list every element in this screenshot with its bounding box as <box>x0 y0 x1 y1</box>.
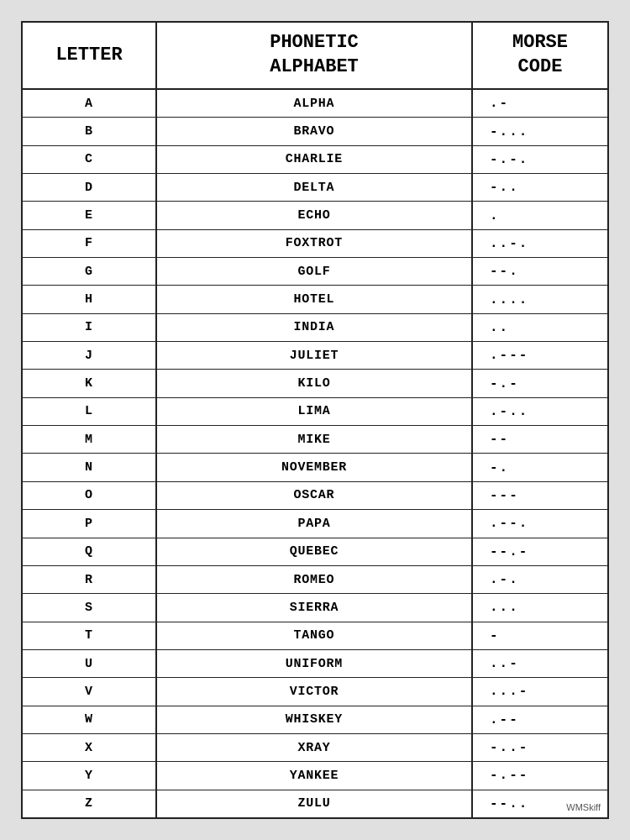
cell-letter: S <box>23 594 157 621</box>
cell-phonetic: INDIA <box>157 314 473 341</box>
cell-letter: A <box>23 90 157 117</box>
cell-letter: T <box>23 622 157 649</box>
cell-morse: --.- <box>473 538 607 565</box>
cell-phonetic: FOXTROT <box>157 230 473 257</box>
cell-morse: . <box>473 202 607 228</box>
table-row: XXRAY-..- <box>23 734 607 762</box>
page-container: LETTER PHONETIC ALPHABET MORSE CODE AALP… <box>21 21 609 819</box>
cell-phonetic: KILO <box>157 370 473 396</box>
table-row: QQUEBEC--.- <box>23 538 607 566</box>
cell-morse: -.-. <box>473 146 607 173</box>
cell-letter: L <box>23 398 157 425</box>
table-row: TTANGO- <box>23 622 607 650</box>
cell-phonetic: SIERRA <box>157 594 473 621</box>
cell-letter: H <box>23 286 157 312</box>
cell-phonetic: VICTOR <box>157 678 473 705</box>
cell-letter: Z <box>23 790 157 817</box>
cell-letter: D <box>23 174 157 201</box>
cell-morse: ...- <box>473 678 607 705</box>
cell-phonetic: DELTA <box>157 174 473 201</box>
cell-morse: -- <box>473 426 607 453</box>
cell-letter: C <box>23 146 157 173</box>
cell-morse: --. <box>473 258 607 285</box>
cell-letter: V <box>23 678 157 705</box>
cell-phonetic: LIMA <box>157 398 473 425</box>
table: LETTER PHONETIC ALPHABET MORSE CODE AALP… <box>23 23 607 817</box>
cell-letter: O <box>23 482 157 509</box>
cell-letter: Y <box>23 762 157 789</box>
cell-phonetic: WHISKEY <box>157 706 473 733</box>
cell-letter: E <box>23 202 157 228</box>
table-row: BBRAVO-... <box>23 118 607 145</box>
header-phonetic: PHONETIC ALPHABET <box>157 23 473 88</box>
cell-letter: K <box>23 370 157 396</box>
table-row: UUNIFORM..- <box>23 650 607 678</box>
cell-letter: N <box>23 454 157 480</box>
table-row: YYANKEE-.-- <box>23 762 607 790</box>
cell-phonetic: MIKE <box>157 426 473 453</box>
cell-letter: J <box>23 342 157 369</box>
table-row: EECHO. <box>23 202 607 229</box>
cell-phonetic: YANKEE <box>157 762 473 789</box>
cell-morse: .-- <box>473 706 607 733</box>
table-row: ZZULU--.. <box>23 790 607 817</box>
table-body: AALPHA.-BBRAVO-...CCHARLIE-.-.DDELTA-..E… <box>23 90 607 817</box>
cell-phonetic: QUEBEC <box>157 538 473 565</box>
table-row: GGOLF--. <box>23 258 607 286</box>
cell-letter: F <box>23 230 157 257</box>
cell-letter: P <box>23 510 157 537</box>
table-row: MMIKE-- <box>23 426 607 454</box>
cell-letter: G <box>23 258 157 285</box>
cell-morse: .- <box>473 90 607 117</box>
cell-morse: -.. <box>473 174 607 201</box>
cell-phonetic: ECHO <box>157 202 473 228</box>
cell-morse: -.- <box>473 370 607 396</box>
cell-phonetic: HOTEL <box>157 286 473 312</box>
cell-phonetic: UNIFORM <box>157 650 473 677</box>
cell-phonetic: PAPA <box>157 510 473 537</box>
cell-letter: B <box>23 118 157 144</box>
cell-phonetic: ZULU <box>157 790 473 817</box>
cell-phonetic: OSCAR <box>157 482 473 509</box>
cell-phonetic: BRAVO <box>157 118 473 144</box>
cell-morse: .--- <box>473 342 607 369</box>
cell-phonetic: ALPHA <box>157 90 473 117</box>
table-row: DDELTA-.. <box>23 174 607 202</box>
table-row: PPAPA.--. <box>23 510 607 538</box>
cell-morse: --- <box>473 482 607 509</box>
cell-morse: ..- <box>473 650 607 677</box>
cell-morse: .. <box>473 314 607 341</box>
cell-morse: - <box>473 622 607 649</box>
cell-morse: -.-- <box>473 762 607 789</box>
table-row: IINDIA.. <box>23 314 607 342</box>
table-row: OOSCAR--- <box>23 482 607 510</box>
cell-phonetic: ROMEO <box>157 566 473 593</box>
cell-morse: .-. <box>473 566 607 593</box>
cell-letter: R <box>23 566 157 593</box>
cell-morse: ... <box>473 594 607 621</box>
cell-phonetic: JULIET <box>157 342 473 369</box>
table-row: WWHISKEY.-- <box>23 706 607 734</box>
header-morse: MORSE CODE <box>473 23 607 88</box>
cell-morse: .--. <box>473 510 607 537</box>
table-row: JJULIET.--- <box>23 342 607 370</box>
header-letter: LETTER <box>23 23 157 88</box>
cell-phonetic: TANGO <box>157 622 473 649</box>
cell-morse: -..- <box>473 734 607 761</box>
watermark: WMSkiff <box>566 802 601 812</box>
table-row: LLIMA.-.. <box>23 398 607 426</box>
cell-letter: M <box>23 426 157 453</box>
cell-morse: .... <box>473 286 607 312</box>
cell-phonetic: GOLF <box>157 258 473 285</box>
table-row: CCHARLIE-.-. <box>23 146 607 174</box>
table-row: HHOTEL.... <box>23 286 607 313</box>
cell-morse: .-.. <box>473 398 607 425</box>
table-row: FFOXTROT..-. <box>23 230 607 258</box>
cell-letter: I <box>23 314 157 341</box>
cell-phonetic: NOVEMBER <box>157 454 473 480</box>
cell-morse: -. <box>473 454 607 480</box>
table-row: RROMEO.-. <box>23 566 607 594</box>
table-row: NNOVEMBER-. <box>23 454 607 481</box>
cell-letter: W <box>23 706 157 733</box>
table-row: KKILO-.- <box>23 370 607 397</box>
